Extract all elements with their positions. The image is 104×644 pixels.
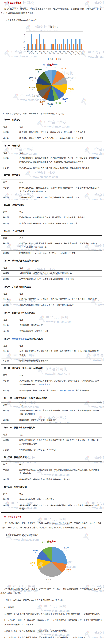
table-row: 单选题资源税税目、资源税的计算 (1, 323, 102, 329)
text-segment: 契税税收优惠、契税计税依据、房产税纳税人、 (19, 389, 60, 392)
text-segment: 税法要素、税法的概念、征税对象、税收收入划分、税法原则、税收立法机关 (19, 131, 85, 133)
pie-label-name: 第二章 (61, 67, 67, 70)
pie-slice-label: 第四章16 (46, 578, 51, 583)
x-axis-slot: 第十三章 (75, 50, 79, 58)
bar-单选 (31, 34, 32, 50)
text-segment: 税法原则、税收立法程序、纳税人的权利、中央与地方共享收入、税法要素 (19, 137, 83, 139)
qtype-cell: 单选题 (1, 297, 18, 303)
text-segment: 双重居民身份判定、金融账户涉税信息自动交互标准、海外账户税收遵从法案、免于准备关… (19, 439, 99, 445)
bar-多选 (36, 39, 38, 50)
kaodian-link[interactable]: 城镇土地使用税 (12, 338, 27, 340)
text-segment: 延期缴纳税款制度、注销税务登记范围、纳税质押、税收征收管理法的适用范围、税收保全… (19, 468, 99, 474)
y-axis-tick-label: 3.5 (23, 31, 25, 32)
bar-多选 (40, 44, 41, 50)
pie-label-value: 3 (35, 71, 42, 74)
x-axis-tick-label: 第十四章 (79, 50, 85, 56)
kaodian-header-cell: 考点 (18, 124, 102, 130)
text-segment: 第十四章：税务行政法制 (4, 486, 27, 488)
pie-label-value: 6 (42, 544, 49, 546)
pie-label-value: 16 (46, 581, 51, 583)
table-row: 多选题印花税税目、印花税计税依据、印花税优惠 (1, 418, 102, 424)
chapter-heading: 第十四章：税务行政法制 (4, 486, 103, 488)
calc-item-c: c.资源税：原煤、洗选煤资源税计算、洗选煤折算率、资源税的视同销售。 (1, 629, 103, 633)
qtype-cell: 单选题 (1, 438, 18, 447)
table-row: 多选题关税的强制执行、进口货物海关估价方法、关税完税价格的确定 (1, 303, 102, 309)
chapter-heading: 第一章：税法总论 (4, 118, 103, 121)
qtype-cell: 单选题 (1, 323, 18, 329)
table-row: 单选题个体工商户的生产经营所得及税前扣除、免税优惠、每次收入的确定、沪港通业务、… (1, 241, 102, 251)
kaodian-cell: 增值税征税范围、差额确定销售额、增值税的纳税期限、免抵退计算、视同销售、增值税发… (18, 156, 102, 166)
chapter-heading: 第九章：城镇土地使用税法和耕地占用税法 (4, 338, 103, 340)
bar-groups (26, 30, 83, 50)
chapter-table: 题型考点单选题增值税征税范围、差额确定销售额、增值税的纳税期限、免抵退计算、视同… (1, 150, 102, 172)
qtype-header-cell: 题型 (1, 402, 18, 408)
pie-slice-label: 第二章4 (61, 67, 67, 72)
bar-group (38, 30, 42, 50)
table-header-row: 题型考点 (1, 209, 102, 215)
x-axis-slot: 第十章 (62, 50, 66, 58)
kaodian-cell: 房产税原值、房产税纳税义务发生时间、房产税的计算、契税计税依据、契税征税范围、土… (18, 378, 102, 388)
pie-label-value: 6 (32, 552, 38, 554)
x-axis-slot: 第十一章 (66, 50, 70, 58)
qtype-cell: 多选题 (1, 447, 18, 453)
text-segment: 第十章：房产税法、契税法和土地增值税法 (4, 367, 43, 370)
table-row: 多选题资源税征税范围、资源税税收优惠 (1, 329, 102, 335)
text-segment: 增值税征税范围、差额确定销售额、增值税的纳税期限、免抵退计算、视同销售、增值税发… (19, 157, 99, 163)
pie-label-name: 第十章 (32, 549, 38, 552)
y-axis-tick-label: 0 (24, 49, 25, 50)
bar-group (79, 30, 83, 50)
pie-disc (37, 547, 67, 577)
kaodian-link[interactable]: 房产税计税依据 (60, 389, 74, 392)
bar-多选 (44, 44, 45, 50)
bar-多选 (77, 44, 78, 50)
qtype-header-cell: 题型 (1, 150, 18, 156)
bar-group (62, 30, 66, 50)
chapter-heading: 第六章：城市维护建设税法和烟叶税法 (4, 260, 103, 262)
qtype-cell: 多选题 (1, 418, 18, 424)
x-axis-slot: 第九章 (58, 50, 62, 58)
bar-多选 (81, 44, 82, 50)
text-segment: 第十三章：税收征收管理法 (4, 456, 29, 458)
section-objective-heading: 一、客观题常考考点 (4, 2, 103, 4)
table-header-row: 题型考点 (1, 150, 102, 156)
chapter-table: 题型考点单选题城镇土地使用税的计税依据及税额计算、城镇土地使用税税收优惠、耕地占… (1, 343, 102, 364)
qtype-cell: 单选题 (1, 497, 18, 503)
x-axis-slot: 第六章 (46, 50, 50, 58)
chapter-heading: 第二章：增值税法 (4, 144, 103, 147)
pie-slice-label: 第十四章3 (43, 64, 51, 69)
bar-group (66, 30, 70, 50)
bar-单选 (63, 39, 64, 50)
pie-label-name: 第五章 (63, 98, 68, 100)
bar-单选 (67, 39, 68, 50)
text-segment: 简易计税方法、跨境电子商务代收代缴义务人、税收优惠、增值税应纳税额的计算 (19, 167, 89, 169)
table-row: 多选题城镇土地使用税纳税义务发生时间 (1, 358, 102, 364)
legend-label: 多选 (58, 58, 61, 60)
text-segment: 印花税税目、印花税计税依据、印花税优惠 (19, 419, 56, 421)
x-axis-slot: 第七章 (50, 50, 54, 58)
text-segment: 法和耕地占用税法 (27, 338, 43, 340)
pie-label-name: 第八章 (47, 103, 53, 105)
bar-group (75, 30, 79, 50)
table-header-row: 题型考点 (1, 343, 102, 349)
table-row: 单选题车辆购置税最低计税价格、车辆购置税计税依据、车船税计税单位、车船税税收优惠… (1, 408, 102, 418)
bar-多选 (65, 44, 66, 50)
kaodian-header-cell: 考点 (18, 180, 102, 185)
pie-title: 分值分布 (1, 63, 103, 66)
text-segment: 烟叶税的计算、城市维护建设税的计税依据及应纳税额的计算 (19, 272, 72, 274)
pie-slice-label: 第十章3 (33, 95, 39, 100)
pie-slice-label: 第七章2 (56, 102, 61, 107)
bar-chart-x-axis: 第一章第二章第三章第四章第五章第六章第七章第八章第九章第十章第十一章第十二章第十… (26, 50, 83, 58)
qtype-cell: 单选题 (1, 408, 18, 418)
pie-label-name: 第九章 (40, 100, 45, 103)
legend-item: 多选 (56, 58, 61, 60)
qtype-cell: 单选题 (1, 215, 18, 221)
text-segment: 附加减除费用、个人所得税模式、自行申报、个人所得税征税范围 (19, 252, 76, 254)
qtype-cell: 多选题 (1, 250, 18, 256)
kaodian-link[interactable]: 土地增值税清算 (37, 383, 50, 386)
pie-label-value: 15 (64, 549, 69, 552)
kaodian-header-cell: 考点 (18, 236, 102, 241)
table-row: 多选题纳税申报管理、税务检查方法、不得作为纳税保证人的情形 (1, 477, 102, 483)
bar-chart-legend: 单选多选 (26, 58, 83, 60)
comprehensive-heading: （2）综合题 (1, 642, 103, 644)
bar-多选 (73, 44, 74, 50)
